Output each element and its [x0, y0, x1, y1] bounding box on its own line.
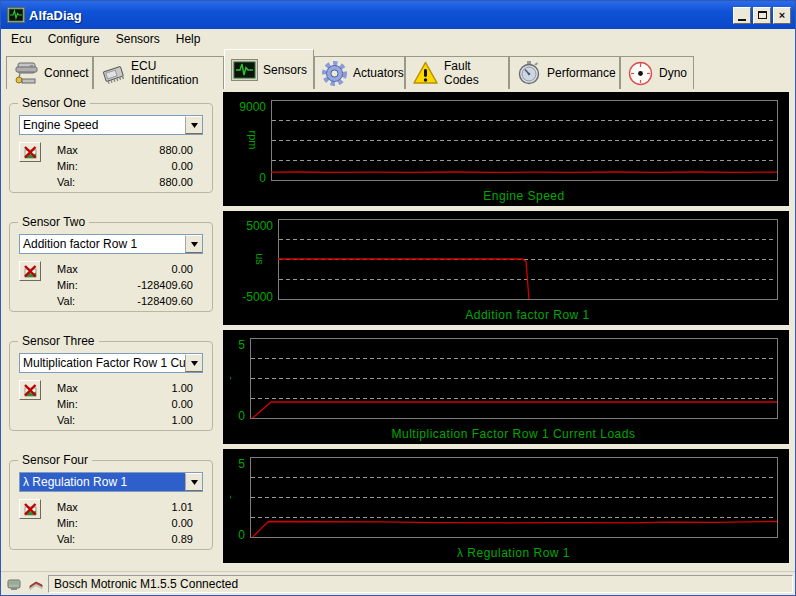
svg-text:5000: 5000 — [246, 219, 273, 233]
menubar: Ecu Configure Sensors Help — [1, 29, 795, 49]
clear-chart-button[interactable] — [19, 261, 41, 281]
gear-icon — [321, 60, 348, 87]
menu-item-help[interactable]: Help — [168, 30, 209, 48]
dyno-gauge-icon — [627, 60, 654, 87]
sensor-four-group: Sensor Four λ Regulation Row 1 — [9, 460, 213, 550]
max-value: 1.01 — [172, 499, 193, 515]
group-title: Sensor Two — [18, 215, 89, 229]
svg-text:-: - — [226, 495, 238, 499]
min-value: 0.00 — [172, 158, 193, 174]
toolbar-label: Dyno — [659, 66, 687, 80]
engine-speed-chart: 90000rpm Engine Speed — [223, 92, 789, 206]
toolbar-label: Connect — [44, 66, 89, 80]
toolbar-tab-sensors-active[interactable]: Sensors — [224, 49, 314, 89]
menu-item-configure[interactable]: Configure — [40, 30, 108, 48]
toolbar-label: Sensors — [263, 63, 307, 77]
lambda-regulation-chart: 50- λ Regulation Row 1 — [223, 449, 789, 563]
chevron-down-icon[interactable] — [185, 354, 202, 372]
multiplication-factor-chart: 50- Multiplication Factor Row 1 Current … — [223, 330, 789, 444]
toolbar-button-performance[interactable]: Performance — [509, 56, 620, 89]
addition-factor-chart: 5000-5000us Addition factor Row 1 — [223, 211, 789, 325]
sensor-one-select[interactable]: Engine Speed — [19, 115, 203, 135]
sensor-one-group: Sensor One Engine Speed — [9, 103, 213, 193]
group-title: Sensor Four — [18, 453, 92, 467]
toolbar-label: ECU Identification — [131, 59, 223, 87]
max-label: Max — [57, 380, 78, 396]
menu-item-sensors[interactable]: Sensors — [108, 30, 168, 48]
chevron-down-icon[interactable] — [185, 473, 202, 491]
menu-item-ecu[interactable]: Ecu — [3, 30, 40, 48]
ecu-book-icon — [26, 575, 45, 593]
max-label: Max — [57, 261, 78, 277]
value-table: Max1.00 Min:0.00 Val:1.00 — [41, 380, 203, 428]
svg-text:9000: 9000 — [239, 100, 266, 114]
toolbar-button-actuators[interactable]: Actuators — [314, 56, 405, 89]
max-value: 0.00 — [172, 261, 193, 277]
svg-text:-5000: -5000 — [242, 290, 273, 304]
delete-chart-icon — [23, 502, 38, 517]
oscilloscope-icon — [231, 58, 258, 82]
toolbar-button-ecu-identification[interactable]: ECU Identification — [93, 56, 224, 89]
delete-chart-icon — [23, 145, 38, 160]
toolbar: Connect ECU Identification Sensors — [1, 49, 795, 89]
sensor-four-select[interactable]: λ Regulation Row 1 — [19, 472, 203, 492]
toolbar-label: Performance — [547, 66, 616, 80]
minimize-button[interactable] — [733, 7, 751, 24]
max-value: 880.00 — [159, 142, 193, 158]
titlebar[interactable]: AlfaDiag × — [1, 1, 795, 29]
combo-selected-value: Multiplication Factor Row 1 Current — [20, 354, 185, 372]
svg-text:5: 5 — [238, 338, 245, 352]
delete-chart-icon — [23, 383, 38, 398]
val-label: Val: — [57, 293, 75, 309]
maximize-button[interactable] — [753, 7, 771, 24]
toolbar-button-connect[interactable]: Connect — [6, 56, 93, 89]
val-label: Val: — [57, 531, 75, 547]
sensor-panel: Sensor One Engine Speed — [1, 89, 223, 571]
status-text: Bosch Motronic M1.5.5 Connected — [48, 575, 793, 593]
chevron-down-icon[interactable] — [185, 116, 202, 134]
toolbar-label: Fault Codes — [444, 59, 508, 87]
group-title: Sensor Three — [18, 334, 99, 348]
stopwatch-icon — [516, 60, 542, 86]
connector-icon — [13, 60, 39, 86]
max-label: Max — [57, 499, 78, 515]
svg-text:-: - — [226, 376, 238, 380]
main-content: Sensor One Engine Speed — [1, 89, 795, 571]
max-label: Max — [57, 142, 78, 158]
max-value: 1.00 — [172, 380, 193, 396]
clear-chart-button[interactable] — [19, 380, 41, 400]
min-value: -128409.60 — [137, 277, 193, 293]
min-value: 0.00 — [172, 515, 193, 531]
val-value: -128409.60 — [137, 293, 193, 309]
min-label: Min: — [57, 396, 78, 412]
chip-icon — [100, 60, 126, 86]
value-table: Max0.00 Min:-128409.60 Val:-128409.60 — [41, 261, 203, 309]
sensor-two-select[interactable]: Addition factor Row 1 — [19, 234, 203, 254]
val-label: Val: — [57, 174, 75, 190]
sensor-three-select[interactable]: Multiplication Factor Row 1 Current — [19, 353, 203, 373]
chevron-down-icon[interactable] — [185, 235, 202, 253]
combo-selected-value: λ Regulation Row 1 — [20, 473, 185, 491]
val-label: Val: — [57, 412, 75, 428]
min-value: 0.00 — [172, 396, 193, 412]
clear-chart-button[interactable] — [19, 499, 41, 519]
clear-chart-button[interactable] — [19, 142, 41, 162]
group-title: Sensor One — [18, 96, 90, 110]
sensor-three-group: Sensor Three Multiplication Factor Row 1… — [9, 341, 213, 431]
svg-text:us: us — [254, 253, 266, 265]
svg-text:rpm: rpm — [247, 131, 259, 150]
min-label: Min: — [57, 158, 78, 174]
toolbar-button-dyno[interactable]: Dyno — [620, 56, 694, 89]
close-icon[interactable]: × — [773, 7, 791, 24]
value-table: Max880.00 Min:0.00 Val:880.00 — [41, 142, 203, 190]
chart-column: 90000rpm Engine Speed 5000-5000us Additi… — [223, 89, 795, 571]
toolbar-button-fault-codes[interactable]: Fault Codes — [405, 56, 509, 89]
combo-selected-value: Engine Speed — [20, 116, 185, 134]
svg-text:0: 0 — [238, 528, 245, 542]
warning-icon — [412, 60, 439, 86]
value-table: Max1.01 Min:0.00 Val:0.89 — [41, 499, 203, 547]
val-value: 880.00 — [159, 174, 193, 190]
chart-title: Multiplication Factor Row 1 Current Load… — [250, 427, 777, 441]
sensor-two-group: Sensor Two Addition factor Row 1 — [9, 222, 213, 312]
min-label: Min: — [57, 277, 78, 293]
